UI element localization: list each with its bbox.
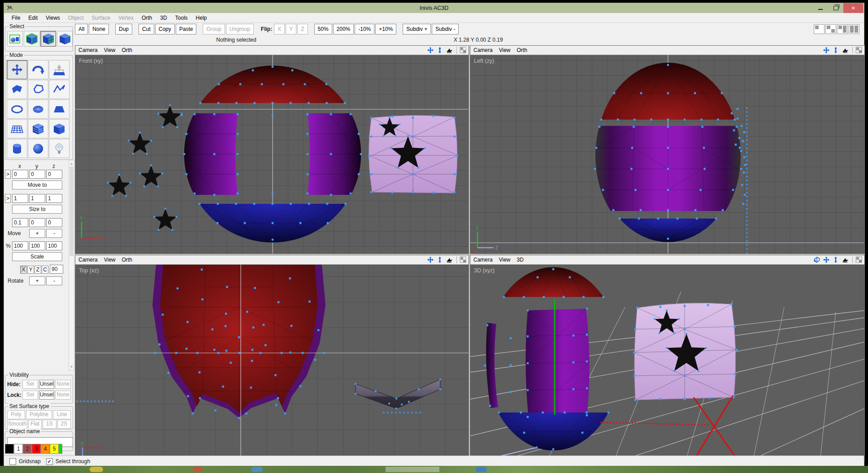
vertex-dot[interactable] (746, 136, 748, 137)
vertex-dot[interactable] (617, 119, 619, 121)
palette-swatch-0[interactable] (5, 444, 14, 454)
vertex-dot[interactable] (740, 150, 742, 152)
quad-tool-button[interactable] (49, 99, 69, 119)
vertex-dot[interactable] (744, 194, 746, 196)
vertex-dot[interactable] (543, 296, 545, 298)
vertex-dot[interactable] (239, 352, 241, 354)
size-to-button[interactable]: Size to (12, 205, 62, 214)
vertex-dot[interactable] (667, 209, 669, 211)
vertex-dot[interactable] (407, 135, 409, 137)
vertex-dot[interactable] (194, 193, 196, 195)
vertex-dot[interactable] (573, 361, 575, 364)
vertex-dot[interactable] (177, 288, 179, 290)
vertex-dot[interactable] (552, 268, 555, 271)
vertex-dot[interactable] (87, 400, 88, 402)
vertex-dot[interactable] (201, 298, 204, 301)
vertex-dot[interactable] (344, 203, 347, 205)
dup-button[interactable]: Dup (115, 24, 132, 34)
palette-swatch-5[interactable]: 5 (50, 444, 59, 454)
viewport-menu-3d[interactable]: 3D (513, 257, 526, 263)
vertex-dot[interactable] (416, 412, 417, 413)
vertex-dot[interactable] (237, 173, 239, 176)
vertex-dot[interactable] (302, 352, 304, 354)
vertex-dot[interactable] (742, 140, 744, 142)
vertex-dot[interactable] (307, 173, 309, 176)
scale-button[interactable]: Scale (12, 252, 62, 261)
pane-button[interactable] (456, 47, 467, 54)
vertex-dot[interactable] (650, 119, 652, 121)
vertex-dot[interactable] (746, 188, 748, 189)
vertex-dot[interactable] (314, 359, 317, 361)
vertex-dot[interactable] (226, 350, 228, 352)
vertex-dot[interactable] (594, 168, 596, 170)
vertex-dot[interactable] (128, 140, 130, 142)
vertex-dot[interactable] (370, 173, 373, 176)
vertex-dot[interactable] (261, 83, 263, 86)
vertex-dot[interactable] (299, 385, 302, 387)
vertex-dot[interactable] (634, 328, 637, 331)
vertex-dot[interactable] (176, 126, 178, 128)
rotate-axis-y-button[interactable]: Y (27, 266, 34, 274)
vertex-dot[interactable] (252, 349, 254, 351)
vertex-dot[interactable] (694, 92, 696, 95)
vertex-dot[interactable] (105, 400, 106, 402)
vertex-dot[interactable] (375, 390, 377, 392)
vertex-dot[interactable] (238, 336, 240, 339)
vertex-dot[interactable] (307, 153, 309, 155)
vertex-dot[interactable] (634, 119, 636, 121)
vertex-dot[interactable] (194, 113, 196, 116)
move-z-input[interactable]: 0 (46, 218, 62, 227)
scroll-up-icon[interactable]: ▲ (69, 161, 74, 166)
vertex-dot[interactable] (274, 374, 277, 376)
star-polygon[interactable] (158, 105, 181, 127)
updown-button[interactable] (832, 47, 839, 54)
vertex-dot[interactable] (654, 318, 655, 320)
vertex-dot[interactable] (608, 412, 610, 414)
palette-swatch-4[interactable]: 4 (41, 444, 50, 454)
vertex-dot[interactable] (260, 352, 262, 354)
vertex-dot[interactable] (633, 126, 635, 128)
vertex-dot[interactable] (536, 447, 538, 449)
vertex-dot[interactable] (83, 400, 85, 402)
vertex-dot[interactable] (746, 200, 748, 202)
vertex-dot[interactable] (746, 245, 748, 246)
vertex-dot[interactable] (370, 117, 373, 119)
vertex-dot[interactable] (107, 182, 109, 184)
vertex-dot[interactable] (489, 405, 491, 407)
vertex-dot[interactable] (281, 352, 283, 354)
vertex-dot[interactable] (237, 133, 239, 135)
move-button[interactable] (823, 47, 830, 54)
vertex-dot[interactable] (740, 168, 742, 170)
vertex-dot[interactable] (634, 375, 636, 377)
vertex-dot[interactable] (667, 189, 669, 191)
vertex-dot[interactable] (350, 193, 352, 195)
vertex-dot[interactable] (746, 164, 748, 165)
lock-unsel-button[interactable]: Unsel (39, 391, 55, 400)
size-to-arrow-button[interactable]: > (5, 194, 11, 203)
viewport-menu-view[interactable]: View (496, 47, 514, 53)
move-to-arrow-button[interactable]: > (5, 170, 11, 179)
viewport-menu-orth[interactable]: Orth (513, 47, 530, 53)
vertex-dot[interactable] (586, 334, 588, 336)
vertex-dot[interactable] (291, 69, 294, 72)
vertex-dot[interactable] (218, 83, 220, 86)
scale-z-input[interactable]: 100 (46, 241, 62, 250)
vertex-dot[interactable] (564, 412, 566, 414)
vertex-dot[interactable] (742, 203, 745, 205)
vertex-dot[interactable] (552, 448, 555, 451)
vertex-dot[interactable] (76, 400, 78, 402)
palette-swatch-2[interactable]: 2 (23, 444, 32, 454)
vertex-dot[interactable] (612, 209, 615, 211)
vertex-dot[interactable] (573, 335, 575, 337)
vertex-dot[interactable] (684, 375, 686, 377)
scrollbar-thumb[interactable] (69, 167, 74, 256)
vertex-dot[interactable] (636, 307, 638, 309)
vertex-dot[interactable] (746, 160, 748, 161)
vertex-dot[interactable] (171, 229, 173, 231)
vertex-dot[interactable] (673, 370, 675, 372)
vertex-dot[interactable] (235, 203, 237, 205)
vertex-dot[interactable] (397, 167, 399, 169)
vertex-dot[interactable] (379, 124, 381, 125)
restore-button[interactable] (828, 3, 843, 13)
vertex-dot[interactable] (520, 412, 522, 414)
